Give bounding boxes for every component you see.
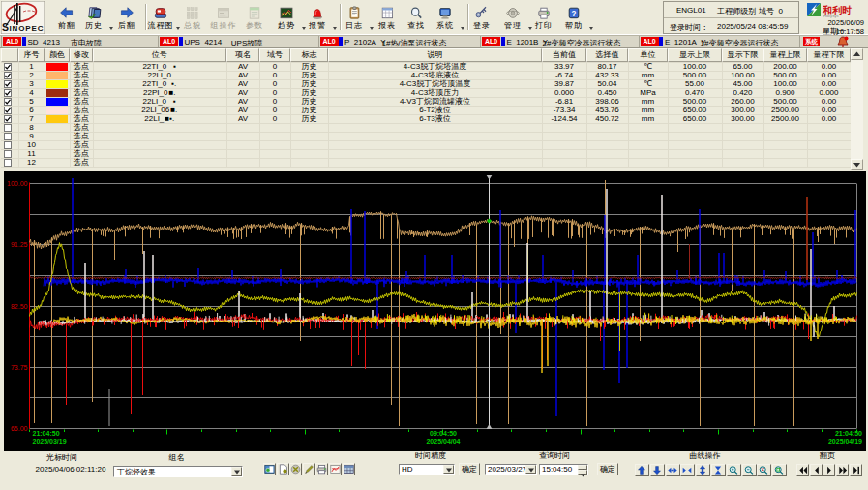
- svg-text:65.00: 65.00: [11, 425, 28, 432]
- svg-text:21:04:50: 21:04:50: [33, 430, 60, 437]
- svg-text:100.00: 100.00: [7, 180, 28, 187]
- svg-text:2025/04/04: 2025/04/04: [426, 438, 460, 444]
- svg-text:09:04:50: 09:04:50: [430, 430, 457, 437]
- svg-text:2025/03/19: 2025/03/19: [33, 438, 67, 444]
- svg-text:INOPEC: INOPEC: [10, 24, 44, 33]
- svg-text:21:04:50: 21:04:50: [835, 430, 862, 437]
- svg-text:82.50: 82.50: [11, 303, 28, 310]
- svg-text:S: S: [2, 21, 9, 33]
- svg-text:91.25: 91.25: [11, 241, 28, 248]
- svg-text:?: ?: [572, 9, 577, 18]
- svg-text:2025/04/19: 2025/04/19: [828, 438, 862, 444]
- svg-text:73.75: 73.75: [11, 364, 28, 371]
